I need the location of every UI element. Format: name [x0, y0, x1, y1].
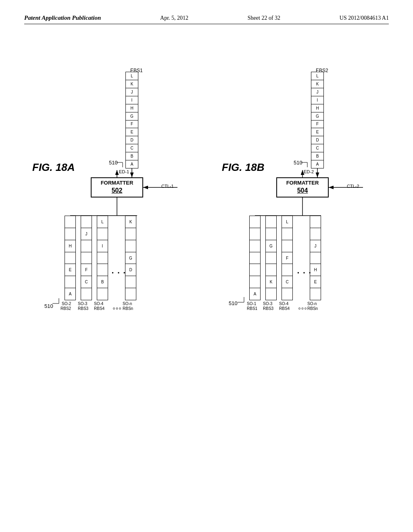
so2-label: SO-2 — [62, 301, 71, 306]
rbsn-label-18a: RBSn — [123, 306, 133, 311]
so2-stack: H E A — [65, 216, 76, 300]
so3-stack: J F C — [81, 216, 92, 300]
so4b-label: SO-4 — [279, 301, 288, 306]
so1b-label: SO-1 — [247, 301, 256, 306]
so3b-label: SO-3 — [263, 301, 272, 306]
rbs3b-label: RBS3 — [263, 306, 273, 311]
ctl2-label: CTL-2 — [347, 184, 359, 189]
rbs2-label: RBS2 — [60, 306, 71, 311]
fig-18b-label: FIG. 18B — [222, 161, 264, 174]
diagram-area: FIG. 18A EBS1 L K J I H G F E D C B A ED… — [16, 40, 397, 516]
label-510-b-top: 510 — [294, 160, 302, 166]
rbs1b-label: RBS1 — [247, 306, 257, 311]
ed1-label: ED-1 — [119, 169, 129, 174]
header-sheet: Sheet 22 of 32 — [248, 15, 280, 21]
page-header: Patent Application Publication Apr. 5, 2… — [24, 15, 389, 24]
header-publication-label: Patent Application Publication — [24, 15, 101, 21]
so3b-stack: G K — [265, 216, 277, 300]
fig-18a-label: FIG. 18A — [32, 161, 75, 174]
son-label-18b: SO-n — [307, 301, 317, 306]
dots-label-18b: o o o — [298, 306, 307, 310]
so4b-stack: L F C — [282, 216, 293, 300]
ebs2-stack: L K J I H G F E D C B A — [311, 72, 324, 168]
rbs4b-label: RBS4 — [279, 306, 290, 311]
formatter-502: FORMATTER 502 — [91, 177, 143, 197]
son-label-18a: SO-n — [123, 301, 132, 306]
so4-label: SO-4 — [94, 301, 103, 306]
so1b-stack: A — [249, 216, 261, 300]
header-date: Apr. 5, 2012 — [160, 15, 188, 21]
son-stack-18b: J H E — [310, 216, 321, 300]
ed2-label: ED-2 — [304, 169, 314, 174]
formatter-504: FORMATTER 504 — [276, 177, 329, 197]
ebs1-stack: L K J I H G F E D C B A — [125, 72, 138, 168]
so4-stack: L I B — [97, 216, 108, 300]
label-510-b-bot: 510 — [229, 300, 238, 306]
rbs4-label: RBS4 — [94, 306, 104, 311]
dots-label-18a: o o o — [113, 306, 121, 310]
label-510-a-bot: 510 — [44, 303, 53, 309]
so3-label: SO-3 — [78, 301, 87, 306]
dots-18a: • • • — [112, 270, 127, 276]
header-patent-number: US 2012/0084613 A1 — [340, 15, 389, 21]
rbs3-label: RBS3 — [78, 306, 88, 311]
rbsn-label-18b: RBSn — [307, 306, 318, 311]
son-stack-18a: K G D — [125, 216, 136, 300]
ctl1-label: CTL-1 — [161, 184, 174, 189]
label-510-a-top: 510 — [109, 160, 118, 166]
